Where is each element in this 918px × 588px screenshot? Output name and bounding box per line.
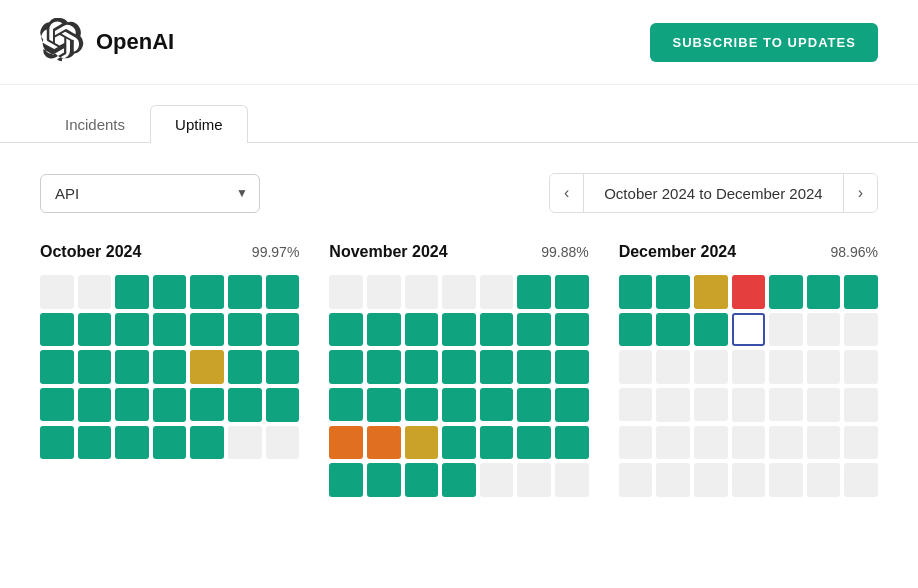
day-cell [153,350,187,384]
day-cell [190,426,224,460]
day-cell [40,426,74,460]
day-cell [619,426,653,460]
day-cell [694,313,728,347]
day-cell [656,426,690,460]
october-grid [40,275,299,459]
day-cell [190,313,224,347]
service-select[interactable]: API ChatGPT DALL·E Labs [40,174,260,213]
day-cell [329,388,363,422]
day-cell [228,350,262,384]
day-cell [844,275,878,309]
day-cell [40,313,74,347]
day-cell [405,426,439,460]
service-select-wrapper: API ChatGPT DALL·E Labs ▼ [40,174,260,213]
day-cell [115,350,149,384]
day-cell [694,275,728,309]
day-cell [266,388,300,422]
day-cell [480,350,514,384]
day-cell [480,426,514,460]
day-cell [555,463,589,497]
day-cell [807,463,841,497]
day-cell [555,388,589,422]
day-cell [115,426,149,460]
day-cell [115,313,149,347]
day-cell [769,350,803,384]
tab-incidents[interactable]: Incidents [40,105,150,143]
day-cell [367,313,401,347]
day-cell [619,388,653,422]
day-cell [405,463,439,497]
day-cell [153,388,187,422]
calendars-row: October 202499.97%November 202499.88%Dec… [40,243,878,497]
day-cell [405,275,439,309]
day-cell [807,426,841,460]
prev-period-button[interactable]: ‹ [550,174,584,212]
october-uptime-pct: 99.97% [252,244,299,260]
day-cell [228,388,262,422]
day-cell [694,426,728,460]
calendar-november: November 202499.88% [329,243,588,497]
logo-text: OpenAI [96,29,174,55]
day-cell [555,275,589,309]
day-cell [329,350,363,384]
openai-icon [40,18,84,66]
day-cell [266,313,300,347]
day-cell [266,350,300,384]
next-period-button[interactable]: › [843,174,877,212]
day-cell [442,463,476,497]
day-cell [844,463,878,497]
day-cell [228,426,262,460]
day-cell [555,426,589,460]
day-cell [78,275,112,309]
day-cell [619,275,653,309]
day-cell [329,426,363,460]
date-nav: ‹ October 2024 to December 2024 › [549,173,878,213]
day-cell [115,388,149,422]
day-cell [807,313,841,347]
day-cell [694,350,728,384]
day-cell [732,350,766,384]
day-cell [517,463,551,497]
november-grid [329,275,588,497]
day-cell [555,350,589,384]
day-cell [517,426,551,460]
day-cell [517,275,551,309]
day-cell [694,463,728,497]
tabs-bar: Incidents Uptime [0,85,918,143]
day-cell [190,275,224,309]
day-cell [153,426,187,460]
day-cell [153,313,187,347]
day-cell [619,350,653,384]
day-cell [656,313,690,347]
day-cell [807,388,841,422]
day-cell [442,350,476,384]
day-cell [517,388,551,422]
day-cell [844,313,878,347]
december-grid [619,275,878,497]
day-cell [555,313,589,347]
day-cell [367,426,401,460]
date-range-label: October 2024 to December 2024 [584,175,842,212]
day-cell [266,426,300,460]
day-cell [329,313,363,347]
day-cell [807,350,841,384]
day-cell [656,388,690,422]
day-cell [442,275,476,309]
december-uptime-pct: 98.96% [831,244,878,260]
day-cell [769,388,803,422]
day-cell [153,275,187,309]
day-cell [190,350,224,384]
day-cell [405,313,439,347]
subscribe-button[interactable]: SUBSCRIBE TO UPDATES [650,23,878,62]
day-cell [656,463,690,497]
day-cell [405,388,439,422]
day-cell [844,388,878,422]
day-cell [405,350,439,384]
day-cell [769,313,803,347]
logo: OpenAI [40,18,174,66]
day-cell [656,275,690,309]
day-cell [329,275,363,309]
day-cell [732,426,766,460]
tab-uptime[interactable]: Uptime [150,105,248,143]
day-cell [732,275,766,309]
